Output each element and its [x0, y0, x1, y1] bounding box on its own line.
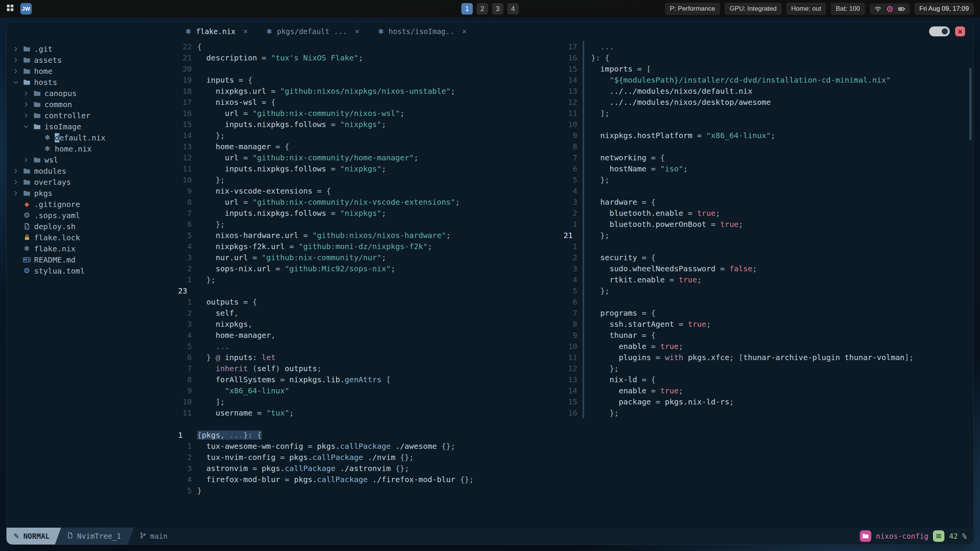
tree-item-isoImage[interactable]: isoImage — [7, 121, 176, 132]
code-line: 19 inputs = { — [176, 74, 562, 85]
tree-item-hosts[interactable]: hosts — [7, 77, 176, 88]
code-line: 11 plugins = with pkgs.xfce; [thunar-arc… — [562, 352, 973, 363]
token: forAllSystems — [197, 375, 276, 384]
token: = — [276, 375, 289, 384]
code-line: 1 }; — [176, 274, 562, 285]
token: "github:nix-community/home-manager" — [253, 153, 414, 162]
tree-item-.sops.yaml[interactable]: ⚙.sops.yaml — [7, 210, 176, 221]
line-number: 5 — [176, 342, 197, 351]
statuscolumn-border — [583, 96, 584, 108]
apps-grid-icon[interactable] — [6, 4, 14, 14]
chevron-right-icon — [22, 112, 30, 119]
token: }; — [197, 220, 225, 229]
tab-hosts-isoImag..[interactable]: ❄hosts/isoImag..× — [369, 22, 476, 41]
statuscolumn-border — [583, 163, 584, 174]
token: hostName — [591, 164, 647, 173]
workspace-switcher: 1234 — [461, 0, 519, 18]
token: = — [647, 386, 660, 395]
code-text: nixpkgs.hostPlatform = "x86_64-linux"; — [591, 131, 776, 140]
tree-item-overlays[interactable]: overlays — [7, 176, 176, 187]
tree-item-flake.nix[interactable]: ❄flake.nix — [7, 243, 176, 254]
editor-pane-flake[interactable]: 22{21 description = "tux's NixOS Flake";… — [176, 41, 562, 418]
token: nixpkgs.hostPlatform — [591, 131, 693, 140]
statuscolumn-border — [583, 385, 584, 396]
line-number: 12 — [562, 364, 583, 373]
workspace-button-3[interactable]: 3 — [492, 3, 503, 15]
editor-pane-pkgs[interactable]: 1{pkgs, ...}: {1 tux-awesome-wm-config =… — [176, 429, 562, 528]
workspace-button-4[interactable]: 4 — [507, 3, 519, 15]
tree-item-deploy.sh[interactable]: deploy.sh — [7, 221, 176, 232]
line-number: 10 — [176, 175, 197, 184]
line-number: 17 — [176, 98, 197, 107]
code-line: 3 astronvim = pkgs.callPackage ./astronv… — [176, 463, 562, 474]
token: ; — [451, 86, 455, 96]
code-text: ssh.startAgent = true; — [591, 320, 711, 329]
code-line: 13 nix-ld = { — [562, 374, 973, 385]
code-line: 18 nixpkgs.url = "github:nixos/nixpkgs/n… — [176, 85, 562, 96]
statuscolumn-border — [583, 307, 584, 318]
tab-close-icon[interactable]: × — [462, 27, 467, 36]
tree-item-modules[interactable]: modules — [7, 165, 176, 176]
code-line: 4 rtkit.enable = true; — [562, 274, 973, 285]
tree-item-assets[interactable]: assets — [7, 54, 176, 65]
window-close-button[interactable]: × — [955, 26, 965, 36]
tree-item-.gitignore[interactable]: ◆.gitignore — [7, 199, 176, 210]
tab-close-icon[interactable]: × — [243, 27, 248, 36]
token: = — [326, 164, 340, 173]
code-line: 5 nixos-hardware.url = "github:nixos/nix… — [176, 230, 562, 241]
tree-item-label: .git — [34, 44, 52, 54]
code-text: firefox-mod-blur = pkgs.callPackage ./fi… — [197, 475, 474, 484]
tree-item-label: overlays — [34, 178, 71, 187]
code-line: 15 package = pkgs.nix-ld-rs; — [562, 396, 973, 407]
code-text: nur.url = "github:nix-community/nur"; — [197, 253, 386, 262]
token: ) — [276, 364, 285, 373]
chevron-right-icon — [22, 90, 30, 97]
tree-item-README.md[interactable]: README.md — [7, 254, 176, 265]
tab-close-icon[interactable]: × — [354, 27, 359, 36]
code-line: 14 "${modulesPath}/installer/cd-dvd/inst… — [562, 74, 973, 85]
code-line: 11 ]; — [562, 108, 973, 119]
statuscolumn-border — [583, 63, 584, 74]
scrollbar-thumb[interactable] — [969, 68, 972, 140]
pencil-icon: ✎ — [13, 532, 20, 540]
tree-item-wsl[interactable]: wsl — [7, 154, 176, 165]
toggle-button[interactable] — [929, 26, 950, 36]
tree-item-home.nix[interactable]: ❄home.nix — [7, 143, 176, 154]
token: security — [591, 253, 637, 262]
statuscolumn-border — [583, 374, 584, 385]
token: true — [660, 386, 679, 395]
tree-item-stylua.toml[interactable]: ⚙stylua.toml — [7, 265, 176, 276]
tree-item-controller[interactable]: controller — [7, 110, 176, 121]
tree-item-pkgs[interactable]: pkgs — [7, 187, 176, 199]
tab-pkgs-default-...[interactable]: ❄pkgs/default ...× — [257, 22, 369, 41]
code-line: 14 }; — [176, 130, 562, 141]
tree-item-canopus[interactable]: canopus — [7, 88, 176, 99]
tab-flake.nix[interactable]: ❄flake.nix× — [176, 22, 257, 41]
token: nix-vscode-extensions — [197, 186, 312, 196]
line-number: 6 — [562, 297, 583, 306]
code-text: }; — [197, 220, 225, 229]
tree-item-.git[interactable]: .git — [7, 43, 176, 54]
token: }; — [197, 175, 225, 184]
tree-item-home[interactable]: home — [7, 65, 176, 77]
workspace-button-1[interactable]: 1 — [461, 3, 473, 15]
tree-item-label: common — [44, 100, 72, 109]
code-line: 8 — [562, 141, 973, 152]
code-line: 13 home-manager = { — [176, 141, 562, 152]
code-line: 5 }; — [562, 285, 973, 296]
token: {}; — [395, 464, 409, 473]
token: "github:moni-dz/nixpkgs-f2k" — [299, 242, 428, 251]
token: url — [197, 109, 238, 118]
code-line: 7 networking = { — [562, 152, 973, 163]
editor-pane-iso[interactable]: 17 ...16}: {15 imports = [14 "${modulesP… — [562, 41, 973, 528]
tree-item-common[interactable]: common — [7, 99, 176, 110]
code-line: 5} — [176, 485, 562, 496]
token: ; — [455, 197, 460, 207]
token: inputs — [220, 353, 252, 362]
tree-item-flake.lock[interactable]: flake.lock — [7, 232, 176, 243]
code-line: 16 url = "github:nix-community/nixos-wsl… — [176, 108, 562, 119]
tree-item-default.nix[interactable]: ❄default.nix — [7, 132, 176, 143]
token: nixos-hardware.url — [197, 231, 299, 240]
code-text: }; — [197, 175, 225, 184]
workspace-button-2[interactable]: 2 — [477, 3, 488, 15]
